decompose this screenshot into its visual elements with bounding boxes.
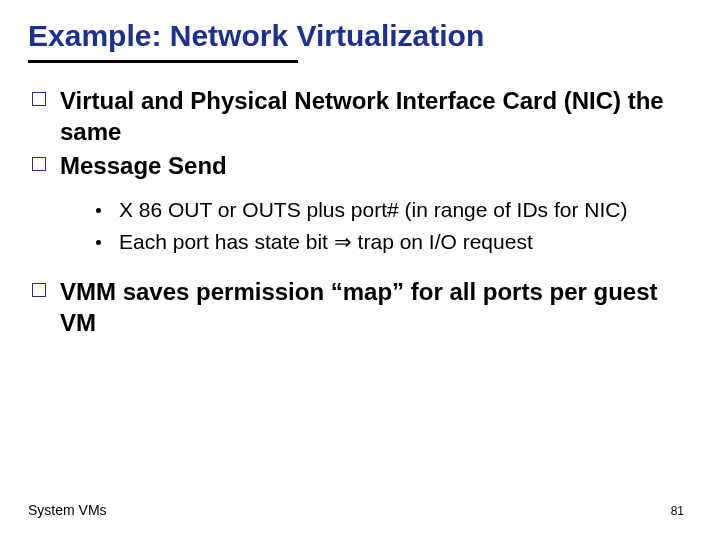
title-underline [28, 60, 298, 63]
bullet-text: X 86 OUT or OUTS plus port# (in range of… [119, 196, 627, 224]
square-bullet-icon [32, 92, 46, 106]
slide-content: Virtual and Physical Network Interface C… [28, 85, 692, 339]
list-item: VMM saves permission “map” for all ports… [32, 276, 692, 338]
dot-bullet-icon [96, 240, 101, 245]
list-item: X 86 OUT or OUTS plus port# (in range of… [96, 196, 692, 224]
list-item: Message Send [32, 150, 692, 181]
slide-title: Example: Network Virtualization [28, 18, 692, 54]
dot-bullet-icon [96, 208, 101, 213]
bullet-text: VMM saves permission “map” for all ports… [60, 276, 692, 338]
sub-list: X 86 OUT or OUTS plus port# (in range of… [96, 196, 692, 257]
square-bullet-icon [32, 157, 46, 171]
list-item: Each port has state bit ⇒ trap on I/O re… [96, 228, 692, 256]
footer-text: System VMs [28, 502, 107, 518]
bullet-text: Each port has state bit ⇒ trap on I/O re… [119, 228, 533, 256]
page-number: 81 [671, 504, 684, 518]
slide: Example: Network Virtualization Virtual … [0, 0, 720, 540]
bullet-text: Virtual and Physical Network Interface C… [60, 85, 692, 147]
list-item: Virtual and Physical Network Interface C… [32, 85, 692, 147]
square-bullet-icon [32, 283, 46, 297]
bullet-text: Message Send [60, 150, 227, 181]
